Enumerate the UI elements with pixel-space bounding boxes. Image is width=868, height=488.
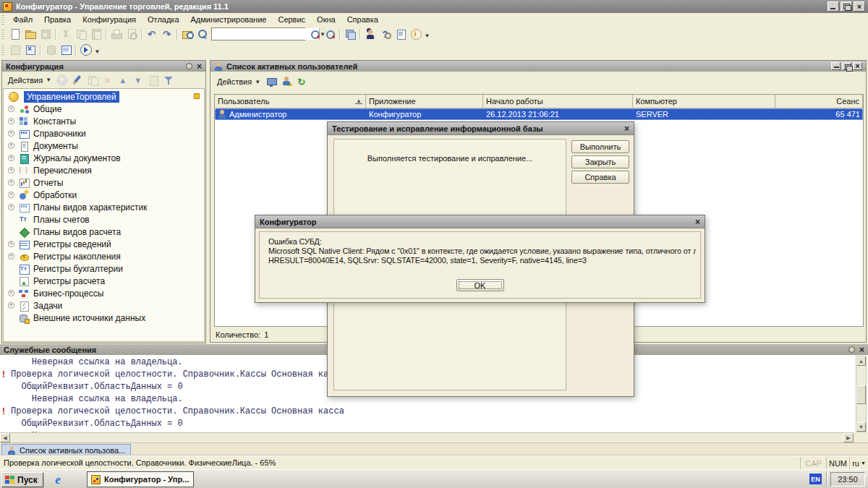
close-panel-icon[interactable]: ×	[197, 62, 202, 71]
expand-icon[interactable]: +	[8, 155, 14, 161]
tree-item-external-sources[interactable]: Внешние источники данных	[4, 312, 204, 324]
expand-icon[interactable]: +	[8, 179, 14, 186]
tab-active-users[interactable]: Список активных пользова...	[1, 444, 131, 456]
close-button[interactable]: Закрыть	[571, 155, 629, 168]
zoom-button[interactable]	[195, 27, 210, 41]
column-header-4[interactable]: Компьютер	[633, 95, 775, 108]
search-combobox[interactable]: ▼	[211, 27, 305, 40]
internet-explorer-icon[interactable]: e	[51, 473, 65, 487]
move-up-button[interactable]	[115, 73, 130, 87]
scroll-up-icon[interactable]: ▲	[856, 356, 866, 366]
menu-windows[interactable]: Окна	[311, 14, 341, 25]
menu-grip[interactable]	[1, 15, 4, 25]
help-search-button[interactable]	[378, 27, 393, 41]
tree-item-constants[interactable]: +Константы	[4, 115, 204, 127]
search-input[interactable]	[212, 28, 319, 40]
expand-icon[interactable]: +	[8, 167, 14, 174]
toolbar-grip[interactable]	[1, 46, 4, 55]
terminate-session-button[interactable]	[263, 74, 278, 89]
expand-icon[interactable]: +	[8, 130, 14, 137]
column-header-5[interactable]: Сеанс	[775, 95, 863, 108]
tree-item-reports[interactable]: +Отчеты	[4, 176, 204, 189]
form-close-button[interactable]	[22, 43, 38, 57]
taskbar-configurator-button[interactable]: Конфигуратор - Упр...	[87, 471, 194, 487]
toolbar-grip[interactable]	[1, 30, 4, 39]
expand-icon[interactable]: +	[8, 192, 14, 198]
tree-item-char-plans[interactable]: +Планы видов характеристик	[4, 201, 204, 213]
expand-icon[interactable]: +	[8, 253, 14, 260]
tray-language-indicator[interactable]: EN	[809, 474, 822, 484]
tree-item-dataprocessors[interactable]: +Обработки	[4, 189, 204, 201]
syntax-helper-button[interactable]	[393, 27, 408, 41]
tree-item-common[interactable]: +Общие	[4, 103, 204, 115]
menu-administration[interactable]: Администрирование	[185, 14, 273, 25]
tree-item-acc-registers[interactable]: Регистры бухгалтерии	[4, 262, 204, 275]
help-button[interactable]: Справка	[571, 171, 629, 184]
tree-item-account-plans[interactable]: Планы счетов	[4, 213, 204, 226]
tree-item-catalogs[interactable]: +Справочники	[4, 127, 204, 140]
filter-button[interactable]	[161, 73, 176, 87]
expand-icon[interactable]: +	[8, 241, 14, 247]
messages-vertical-scrollbar[interactable]: ▲ ▼	[856, 356, 867, 432]
tree-item-accum-registers[interactable]: +Регистры накопления	[4, 250, 204, 262]
minimize-button[interactable]	[827, 1, 839, 12]
menu-debug[interactable]: Отладка	[142, 14, 184, 25]
messages-horizontal-scrollbar[interactable]: ◀ ▶	[0, 432, 854, 442]
expand-icon[interactable]: +	[8, 290, 14, 296]
edit-button[interactable]	[69, 73, 85, 87]
expand-icon[interactable]: +	[8, 142, 14, 149]
redo-button[interactable]	[159, 27, 174, 41]
messages-pin-icon[interactable]	[848, 346, 855, 353]
language-indicator[interactable]: ru▼	[849, 457, 868, 469]
users-table-row[interactable]: АдминистраторКонфигуратор26.12.2013 21:0…	[215, 108, 863, 120]
column-header-3[interactable]: Начало работы	[483, 95, 633, 108]
expand-icon[interactable]: +	[8, 204, 14, 210]
messages-close-icon[interactable]: ×	[859, 346, 864, 354]
designer-button[interactable]	[362, 27, 378, 41]
tree-item-root[interactable]: УправлениеТорговлей	[4, 90, 204, 103]
scroll-left-icon[interactable]: ◀	[0, 433, 10, 442]
expand-icon[interactable]: +	[8, 118, 14, 124]
expand-icon[interactable]: +	[8, 106, 14, 112]
find-next-button[interactable]	[307, 27, 322, 41]
user-info-button[interactable]	[278, 74, 294, 89]
start-button[interactable]: Пуск	[1, 472, 43, 487]
find-in-files-button[interactable]	[179, 27, 195, 41]
tree-item-info-registers[interactable]: +Регистры сведений	[4, 238, 204, 250]
start-debug-button[interactable]	[78, 43, 93, 57]
menu-configuration[interactable]: Конфигурация	[77, 14, 142, 25]
child-close-button[interactable]: ×	[853, 62, 862, 70]
undo-button[interactable]	[144, 27, 159, 41]
toolbar-overflow-icon[interactable]: ▼	[423, 27, 431, 41]
tree-item-calc-registers[interactable]: Регистры расчета	[4, 275, 204, 287]
menu-edit[interactable]: Правка	[38, 14, 77, 25]
tree-item-tasks[interactable]: +Задачи	[4, 299, 204, 312]
menu-file[interactable]: Файл	[7, 14, 38, 25]
message-line[interactable]: !Проверка логической целостности. Справо…	[11, 406, 868, 418]
tree-item-enums[interactable]: +Перечисления	[4, 164, 204, 176]
ok-button[interactable]: OK	[456, 279, 504, 291]
windows-list-button[interactable]	[342, 27, 357, 41]
find-previous-button[interactable]	[322, 27, 337, 41]
tree-item-business-processes[interactable]: +Бизнес-процессы	[4, 287, 204, 299]
toolbar-overflow-icon[interactable]: ▼	[93, 43, 101, 57]
scroll-thumb[interactable]	[856, 385, 866, 404]
refresh-button[interactable]	[294, 74, 309, 89]
open-button[interactable]	[22, 27, 38, 41]
restore-button[interactable]	[841, 1, 852, 12]
pin-icon[interactable]	[186, 63, 192, 69]
column-header-1[interactable]: Пользователь▲	[215, 95, 366, 108]
scroll-down-icon[interactable]: ▼	[856, 422, 866, 432]
tree-item-documents[interactable]: +Документы	[4, 140, 204, 152]
users-actions-menu-button[interactable]: Действия▼	[214, 76, 263, 87]
child-minimize-button[interactable]	[831, 62, 841, 70]
menu-help[interactable]: Справка	[341, 14, 384, 25]
test-dialog-close-icon[interactable]: ×	[624, 124, 629, 133]
expand-icon[interactable]: +	[8, 302, 14, 309]
form-table-button[interactable]	[58, 43, 73, 57]
scroll-right-icon[interactable]: ▶	[843, 433, 854, 442]
new-document-button[interactable]	[7, 27, 22, 41]
about-button[interactable]	[408, 27, 423, 41]
tree-item-journals[interactable]: +Журналы документов	[4, 152, 204, 164]
execute-button[interactable]: Выполнить	[571, 140, 629, 153]
